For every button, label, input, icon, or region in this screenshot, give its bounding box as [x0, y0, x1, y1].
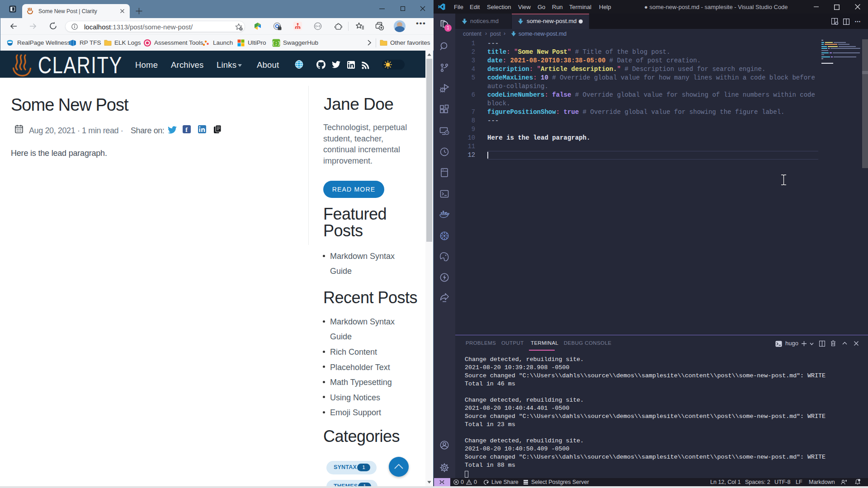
svg-text:{;}: {;} [272, 41, 280, 46]
